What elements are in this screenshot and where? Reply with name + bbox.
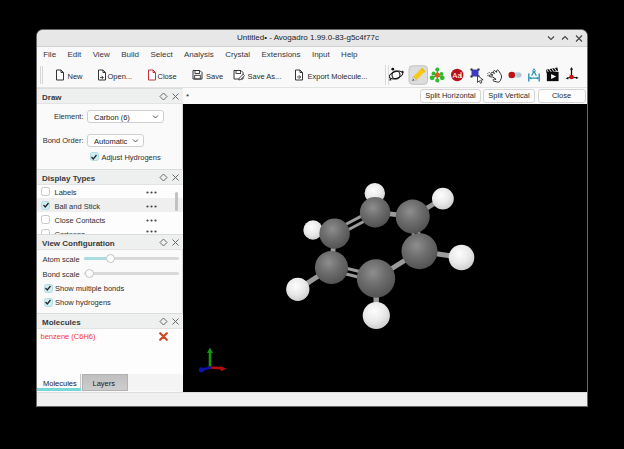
svg-text:Aa: Aa (453, 71, 462, 80)
